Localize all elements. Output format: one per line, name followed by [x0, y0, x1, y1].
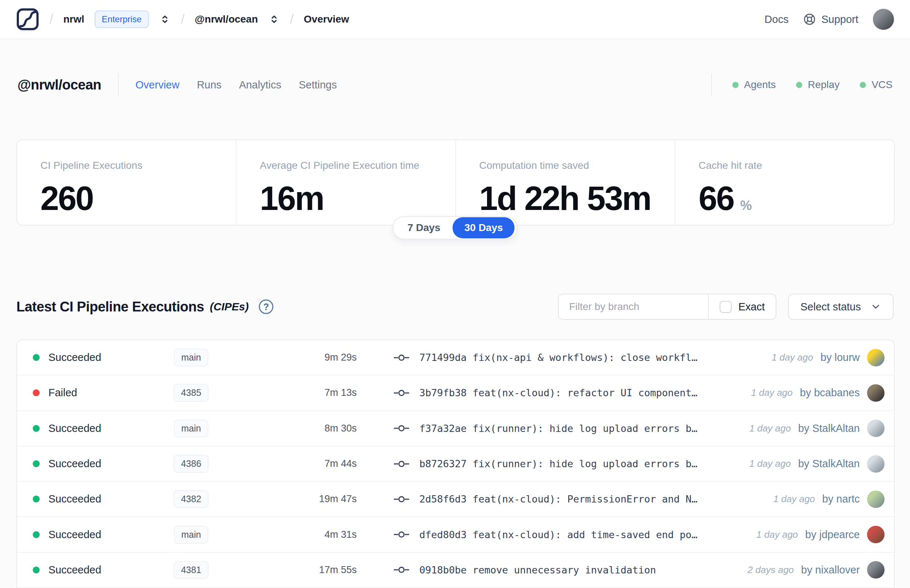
breadcrumb-separator: /	[181, 11, 184, 27]
divider	[118, 73, 119, 96]
breadcrumb-separator: /	[290, 11, 294, 27]
branch-badge: 4381	[174, 561, 209, 579]
row-avatar	[867, 526, 884, 543]
tab-overview[interactable]: Overview	[136, 79, 179, 91]
time-label: 1 day ago	[756, 529, 798, 540]
branch-badge: main	[174, 349, 208, 367]
stat-cache-hit-rate: Cache hit rate 66 %	[675, 140, 894, 225]
range-30days-button[interactable]: 30 Days	[453, 217, 515, 238]
commit-icon	[393, 352, 410, 363]
commit-icon	[393, 530, 410, 540]
topbar: / nrwl Enterprise / @nrwl/ocean / Overvi…	[0, 0, 910, 39]
cipe-table: Succeeded main 9m 29s 771499da fix(nx-ap…	[16, 339, 895, 588]
duration-label: 19m 47s	[218, 493, 357, 505]
range-7days-button[interactable]: 7 Days	[395, 222, 453, 234]
table-row[interactable]: Succeeded 4386 7m 44s b8726327 fix(runne…	[17, 446, 894, 482]
table-row[interactable]: Succeeded 4381 17m 55s 0918b0be remove u…	[17, 553, 894, 588]
support-link[interactable]: Support	[803, 13, 858, 26]
workspace-title: @nrwl/ocean	[18, 77, 101, 93]
tab-analytics[interactable]: Analytics	[239, 79, 281, 91]
nx-cloud-logo-icon[interactable]	[16, 8, 39, 31]
select-status-button[interactable]: Select status	[788, 294, 894, 320]
commit-message[interactable]: 2d58f6d3 feat(nx-cloud): PermissionError…	[419, 493, 697, 505]
status-label: Succeeded	[48, 422, 101, 435]
row-avatar	[867, 455, 884, 473]
row-avatar	[867, 349, 884, 367]
commit-icon	[393, 459, 410, 469]
duration-label: 7m 13s	[218, 387, 357, 399]
duration-label: 8m 30s	[218, 423, 357, 434]
row-avatar	[867, 384, 884, 402]
branch-filter-input[interactable]	[559, 294, 708, 319]
exact-checkbox[interactable]	[719, 301, 732, 313]
commit-message[interactable]: f37a32ae fix(runner): hide log upload er…	[419, 423, 697, 434]
duration-label: 4m 31s	[218, 529, 357, 540]
status-label: Succeeded	[48, 493, 101, 505]
duration-label: 9m 29s	[218, 352, 357, 363]
workspace-bar: @nrwl/ocean Overview Runs Analytics Sett…	[18, 71, 892, 98]
row-avatar	[867, 420, 884, 437]
tab-runs[interactable]: Runs	[197, 79, 221, 91]
commit-icon	[393, 388, 410, 398]
status-dot-icon	[33, 389, 40, 396]
branch-badge: 4386	[174, 455, 209, 473]
time-label: 2 days ago	[748, 564, 794, 576]
status-dot-icon	[33, 567, 40, 573]
stats-card-row: CI Pipeline Executions 260 Average CI Pi…	[16, 139, 895, 226]
status-label: Succeeded	[48, 352, 101, 363]
row-avatar	[867, 561, 884, 578]
time-label: 1 day ago	[772, 352, 813, 363]
table-row[interactable]: Failed 4385 7m 13s 3b79fb38 feat(nx-clou…	[17, 375, 894, 411]
exact-label: Exact	[738, 301, 765, 313]
user-avatar[interactable]	[873, 9, 894, 30]
help-icon[interactable]: ?	[259, 299, 273, 314]
commit-icon	[393, 494, 410, 504]
table-row[interactable]: Succeeded main 4m 31s dfed80d3 feat(nx-c…	[17, 517, 894, 552]
breadcrumb-org[interactable]: nrwl	[63, 13, 84, 25]
table-row[interactable]: Succeeded main 9m 29s 771499da fix(nx-ap…	[17, 340, 894, 375]
breadcrumb: / nrwl Enterprise / @nrwl/ocean / Overvi…	[16, 8, 349, 31]
author-label: by jdpearce	[805, 529, 860, 541]
workspace-tabs: Overview Runs Analytics Settings	[136, 79, 337, 91]
enterprise-badge: Enterprise	[95, 11, 149, 28]
workspace-selector-chevrons-icon[interactable]	[268, 13, 280, 25]
time-label: 1 day ago	[750, 458, 791, 469]
author-label: by nartc	[822, 493, 860, 505]
stat-value: 66	[698, 182, 734, 215]
commit-message[interactable]: 0918b0be remove unnecessary invalidation	[419, 564, 656, 576]
lifebuoy-icon	[803, 13, 816, 26]
author-label: by bcabanes	[800, 387, 860, 399]
feature-replay: Replay	[796, 79, 839, 90]
stat-average-execution-time: Average CI Pipeline Execution time 16m	[237, 140, 456, 225]
status-dot-icon	[796, 82, 802, 88]
cipes-header: Latest CI Pipeline Executions (CIPEs) ? …	[16, 291, 894, 322]
branch-filter-group: Exact	[558, 294, 776, 320]
status-dot-icon	[33, 496, 40, 502]
breadcrumb-separator: /	[50, 11, 53, 27]
table-row[interactable]: Succeeded 4382 19m 47s 2d58f6d3 feat(nx-…	[17, 482, 894, 517]
commit-message[interactable]: 3b79fb38 feat(nx-cloud): refactor UI com…	[419, 387, 697, 399]
stat-value: 16m	[260, 182, 323, 215]
commit-message[interactable]: b8726327 fix(runner): hide log upload er…	[419, 458, 697, 469]
stat-computation-time-saved: Computation time saved 1d 22h 53m	[456, 140, 676, 225]
status-dot-icon	[33, 425, 40, 432]
branch-badge: 4382	[174, 490, 209, 508]
stat-ci-pipeline-executions: CI Pipeline Executions 260	[17, 140, 237, 225]
org-selector-chevrons-icon[interactable]	[159, 13, 171, 25]
table-row[interactable]: Succeeded main 8m 30s f37a32ae fix(runne…	[17, 411, 894, 446]
breadcrumb-workspace[interactable]: @nrwl/ocean	[195, 13, 258, 25]
commit-message[interactable]: dfed80d3 feat(nx-cloud): add time-saved …	[419, 529, 697, 540]
status-label: Succeeded	[48, 529, 101, 541]
stat-unit: %	[740, 198, 752, 213]
branch-badge: 4385	[174, 384, 209, 402]
feature-status-group: Agents Replay VCS	[711, 73, 892, 96]
tab-settings[interactable]: Settings	[299, 79, 337, 91]
status-label: Failed	[48, 387, 77, 399]
page: / nrwl Enterprise / @nrwl/ocean / Overvi…	[0, 0, 910, 588]
docs-link[interactable]: Docs	[765, 13, 789, 26]
status-label: Succeeded	[48, 458, 101, 470]
range-toggle: 7 Days 30 Days	[393, 216, 517, 239]
duration-label: 7m 44s	[218, 458, 357, 469]
author-label: by nixallover	[801, 564, 860, 576]
commit-message[interactable]: 771499da fix(nx-api & workflows): close …	[419, 352, 697, 363]
